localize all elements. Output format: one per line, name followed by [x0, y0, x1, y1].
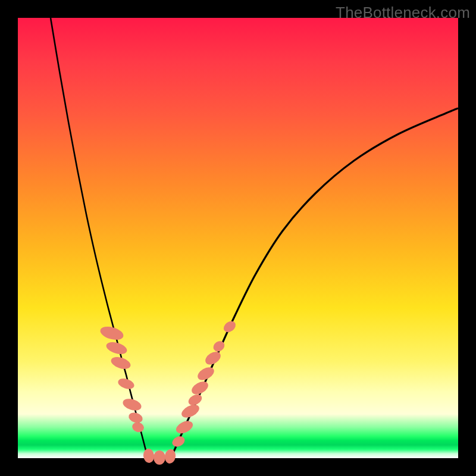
marker-capsule [171, 434, 187, 449]
plot-area [18, 18, 458, 458]
chart-frame: TheBottleneck.com [0, 0, 476, 476]
marker-capsule [221, 319, 237, 334]
curve-group [51, 18, 458, 458]
watermark-text: TheBottleneck.com [336, 4, 470, 22]
left-branch-curve [51, 18, 148, 457]
marker-capsule [131, 421, 145, 434]
marker-capsule [127, 411, 144, 424]
right-branch-curve [171, 108, 458, 457]
marker-capsule [99, 324, 125, 342]
marker-capsule [180, 402, 202, 421]
marker-capsule [143, 448, 155, 463]
marker-capsule [154, 450, 165, 465]
marker-capsule [174, 418, 195, 436]
chart-svg [18, 18, 458, 458]
marker-capsule [117, 377, 136, 391]
marker-group [99, 319, 238, 465]
